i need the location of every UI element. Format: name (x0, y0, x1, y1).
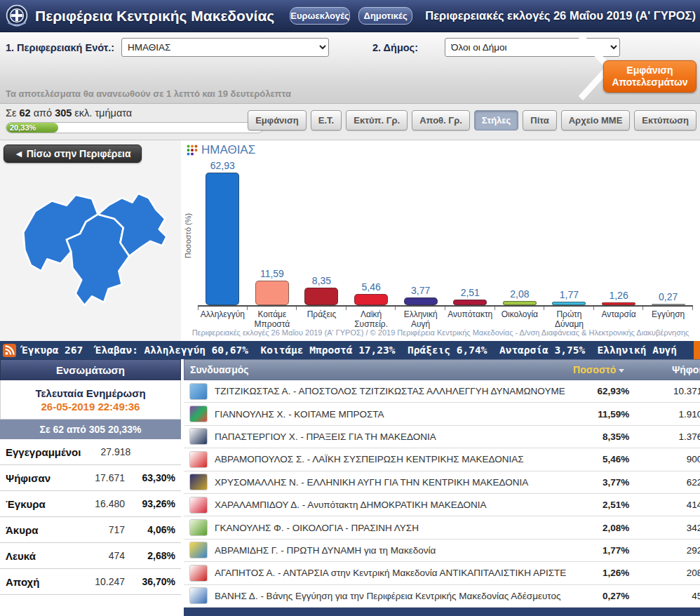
bar-4 (354, 294, 388, 305)
result-row: ΓΙΑΝΝΟΥΛΗΣ Χ. - ΚΟΙΤΑΜΕ ΜΠΡΟΣΤΑ11,59%1.9… (184, 403, 700, 425)
x-axis-label: Πρώτη Δύναμη (544, 307, 594, 329)
show-results-button[interactable]: Εμφάνιση Αποτελεσμάτων (603, 60, 696, 93)
y-axis-label: Ποσοστό (%) (184, 213, 192, 258)
party-logo-oikologia-prasini-lysi (189, 519, 208, 536)
candidate-votes: 342 (629, 523, 700, 533)
results-table-header: Συνδυασμός Ποσοστό Ψήφοι + (184, 359, 700, 380)
bar-3 (304, 288, 338, 305)
stat-value: 27.918 (81, 446, 130, 457)
x-axis-label: Αλληλεγγύη (198, 307, 248, 329)
stat-label: Εγγεγραμμένοι (6, 446, 81, 458)
party-logo-praxeis (189, 428, 208, 445)
rss-icon[interactable] (3, 344, 16, 357)
bar-value-label: 3,77 (411, 285, 430, 296)
toolbar-button[interactable]: Εμφάνιση (248, 110, 307, 130)
stat-row: Εγγεγραμμένοι27.918 (0, 439, 181, 465)
region-emblem-logo (4, 4, 29, 29)
result-row: ΑΓΑΠΗΤΟΣ Α. - ΑΝΤΑΡΣΙΑ στην Κεντρική Μακ… (184, 562, 700, 584)
candidate-votes: 414 (629, 500, 700, 510)
nav-button-euroelections[interactable]: Ευρωεκλογές (290, 7, 350, 25)
toolbar-button[interactable]: Εκτύπωση (634, 110, 696, 130)
toolbar-button[interactable]: Ε.Τ. (311, 110, 342, 130)
regional-unit-select[interactable]: ΗΜΑΘΙΑΣ (121, 38, 329, 57)
toolbar-button[interactable]: Αποθ. Γρ. (412, 110, 470, 130)
candidate-votes: 292 (629, 545, 700, 556)
toolbar: Σε 62 από 305 εκλ. τμήματα 20,33% Εμφάνι… (0, 104, 700, 140)
toolbar-button[interactable]: Αρχείο ΜΜΕ (561, 110, 631, 130)
ticker-end-accent (694, 341, 700, 359)
column-header-combination: Συνδυασμός (190, 364, 551, 375)
candidate-name: ΧΑΡΑΛΑΜΠΙΔΟΥ Δ. - Ανυπότακτη ΔΗΜΟΚΡΑΤΙΚΗ… (215, 500, 566, 510)
stat-row: Έγκυρα16.48093,26% (0, 491, 181, 517)
chart-dots-icon (187, 145, 198, 156)
bar-value-label: 8,35 (312, 275, 331, 286)
x-axis-label: Ανταρσία (594, 307, 644, 329)
party-logo-proti-dynami (189, 542, 208, 558)
party-logo-koitame-brosta (189, 406, 208, 422)
x-axis-label: Λαϊκή Συσπείρ. (346, 307, 396, 329)
toolbar-button[interactable]: Πίτα (523, 110, 556, 130)
chart-panel: ΗΜΑΘΙΑΣ Ποσοστό (%) 62,9311,598,355,463,… (181, 140, 700, 341)
show-results-label-line2: Αποτελεσμάτων (612, 76, 687, 88)
stat-value: 10.247 (69, 576, 125, 587)
toolbar-button[interactable]: Στήλες (474, 110, 518, 130)
candidate-name: ΒΑΝΗΣ Δ. - Βάνης Εγγύηση για την Περιφέρ… (215, 591, 566, 601)
party-logo-tzitzikostas (189, 383, 208, 400)
back-to-region-button[interactable]: ◄ Πίσω στην Περιφέρεια (4, 145, 142, 163)
bar-value-label: 5,46 (361, 281, 380, 293)
stat-percent: 93,26% (125, 498, 175, 509)
nav-button-municipal[interactable]: Δημοτικές (358, 7, 412, 25)
bar-group: 11,59 (248, 268, 297, 305)
map-panel: ◄ Πίσω στην Περιφέρεια (0, 140, 181, 341)
column-header-percent[interactable]: Ποσοστό (551, 364, 624, 375)
progress-percent-label: 20,33% (10, 123, 36, 132)
candidate-votes: 208 (629, 568, 700, 578)
x-axis-label: Πράξεις (297, 307, 346, 329)
x-axis-label: Οικολογία (495, 307, 545, 329)
imathia-region-map[interactable] (8, 174, 173, 314)
candidate-percent: 2,51% (566, 500, 629, 510)
refresh-notice: Τα αποτελέσματα θα ανανεωθούν σε 1 λεπτό… (6, 88, 291, 99)
candidate-percent: 1,77% (566, 545, 629, 556)
bar-7 (503, 301, 537, 305)
candidate-percent: 0,27% (566, 591, 629, 601)
candidate-percent: 2,08% (566, 523, 629, 533)
bar-group: 3,77 (396, 285, 445, 305)
candidate-name: ΓΙΑΝΝΟΥΛΗΣ Χ. - ΚΟΙΤΑΜΕ ΜΠΡΟΣΤΑ (215, 409, 566, 420)
candidate-percent: 11,59% (566, 409, 629, 420)
stat-row: Αποχή10.24736,70% (0, 569, 181, 595)
table-footer-bar (184, 608, 700, 616)
bar-value-label: 0,27 (659, 291, 678, 302)
chart-caption: Περιφερειακές εκλογές 26 Μαΐου 2019 (Α' … (181, 328, 700, 337)
page-title: Περιφέρεια Κεντρικής Μακεδονίας (35, 8, 274, 25)
stat-value: 17.671 (69, 472, 125, 483)
result-row: ΑΒΡΑΜΟΠΟΥΛΟΣ Σ. - ΛΑΪΚΗ ΣΥΣΠΕΙΡΩΣΗ ΚΕΝΤΡ… (184, 448, 700, 471)
bottom-section: Ενσωμάτωση Τελευταία Ενημέρωση 26-05-201… (0, 359, 700, 616)
stat-percent: 4,06% (125, 524, 175, 535)
stat-percent: 2,68% (125, 550, 175, 561)
bar-1 (206, 173, 239, 305)
candidate-votes: 10.371 (629, 386, 700, 396)
bar-group: 2,08 (495, 288, 545, 305)
stat-percent: 36,70% (125, 576, 175, 587)
integration-panel-title: Ενσωμάτωση (0, 359, 181, 380)
candidate-votes: 1.376 (629, 431, 700, 442)
bar-group: 8,35 (297, 275, 346, 305)
bar-value-label: 11,59 (260, 268, 284, 279)
party-logo-vanis (189, 587, 208, 604)
regional-unit-label: 1. Περιφερειακή Ενότ.: (6, 42, 114, 53)
chart-title-text: ΗΜΑΘΙΑΣ (201, 143, 255, 157)
party-logo-anypotakti (189, 497, 208, 514)
candidate-percent: 3,77% (566, 477, 629, 488)
stat-label: Έγκυρα (6, 498, 69, 510)
stat-label: Αποχή (6, 576, 69, 588)
result-row: ΠΑΠΑΣΤΕΡΓΙΟΥ Χ. - ΠΡΑΞΕΙΣ ΓΙΑ ΤΗ ΜΑΚΕΔΟΝ… (184, 426, 700, 448)
toolbar-button[interactable]: Εκτύπ. Γρ. (346, 110, 408, 130)
integration-summary-panel: Ενσωμάτωση Τελευταία Ενημέρωση 26-05-201… (0, 359, 181, 616)
candidate-percent: 1,26% (566, 568, 629, 578)
last-update-timestamp: 26-05-2019 22:49:36 (41, 401, 140, 413)
bar-group: 2,51 (445, 287, 495, 305)
main-content: ◄ Πίσω στην Περιφέρεια ΗΜΑΘΙΑΣ Ποσοστό (… (0, 140, 700, 341)
bar-9 (602, 302, 635, 305)
candidate-votes: 622 (629, 477, 700, 488)
